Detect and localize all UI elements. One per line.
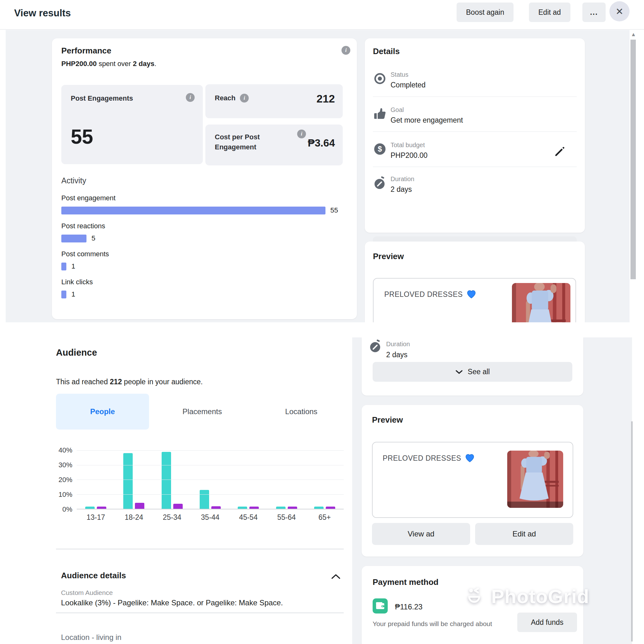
tab-locations[interactable]: Locations (255, 394, 348, 430)
x-axis-label: 18-24 (125, 513, 143, 522)
post-engagements-label: Post Engagements (71, 94, 133, 103)
ad-preview-box: PRELOVED DRESSES (373, 278, 576, 322)
gridline (77, 494, 344, 495)
ad-thumbnail-image (507, 451, 563, 508)
cost-value: ₱3.64 (308, 137, 335, 149)
tab-placements[interactable]: Placements (156, 394, 249, 430)
spend-duration: 2 days (133, 60, 154, 68)
x-axis-label: 45-54 (239, 513, 258, 522)
ad-thumbnail-image (512, 283, 570, 322)
activity-row-label: Post engagement (61, 194, 338, 202)
scrollbar-thumb[interactable] (630, 40, 636, 279)
custom-audience-label: Custom Audience (61, 589, 113, 597)
cost-label: Cost per Post Engagement (215, 132, 260, 152)
bar-teal (162, 452, 171, 509)
status-row: Status Completed (373, 71, 577, 89)
edit-ad-button[interactable]: Edit ad (475, 523, 573, 545)
page-name-text: PRELOVED DRESSES (383, 454, 461, 463)
payment-method-card: Payment method ₱116.23 Your prepaid fund… (362, 566, 583, 644)
reached-count: 212 (110, 378, 122, 386)
scroll-up-arrow[interactable]: ▲ (631, 31, 636, 38)
performance-subtitle: PHP200.00 spent over 2 days. (61, 60, 156, 68)
reached-suffix: people in your audience. (122, 378, 203, 386)
header-bar: View results Boost again Edit ad ... ✕ (0, 0, 644, 30)
details-card: Details Status Completed Goal Get more e… (365, 38, 585, 233)
status-icon (373, 71, 391, 89)
payment-method-title: Payment method (373, 577, 439, 587)
edit-ad-button-header[interactable]: Edit ad (529, 3, 570, 22)
bar-teal (85, 507, 95, 509)
chevron-down-icon (455, 368, 463, 376)
results-screen-top: View results Boost again Edit ad ... ✕ P… (0, 0, 644, 322)
chevron-up-icon[interactable] (331, 573, 341, 581)
info-icon[interactable]: i (341, 46, 350, 55)
gridline (77, 480, 344, 480)
edit-pencil-icon[interactable] (553, 145, 566, 159)
budget-row: $ Total budget PHP200.00 (373, 142, 577, 160)
spend-amount: PHP200.00 (61, 60, 97, 68)
preview-card: Preview PRELOVED DRESSES (365, 241, 585, 322)
x-axis-label: 13-17 (86, 513, 105, 522)
y-axis-tick: 40% (56, 446, 72, 454)
page-name: PRELOVED DRESSES (384, 290, 476, 299)
custom-audience-value: Lookalike (3%) - Pagelike: Make Space. o… (61, 598, 283, 607)
reach-value: 212 (317, 92, 335, 105)
goal-row: Goal Get more engagement (373, 106, 577, 125)
duration-row: Duration 2 days (373, 175, 577, 194)
add-funds-button[interactable]: Add funds (517, 613, 577, 632)
boost-again-button[interactable]: Boost again (457, 3, 514, 22)
x-axis-label: 55-64 (277, 513, 296, 522)
audience-title: Audience (56, 347, 97, 358)
see-all-button[interactable]: See all (373, 362, 572, 382)
blue-heart-icon (465, 454, 475, 463)
info-icon[interactable]: i (186, 93, 195, 102)
info-icon[interactable]: i (297, 130, 306, 138)
preview-title: Preview (372, 415, 403, 425)
activity-value: 55 (330, 206, 338, 214)
status-label: Status (391, 71, 425, 78)
close-icon[interactable]: ✕ (609, 1, 630, 21)
blue-heart-icon (467, 290, 476, 299)
bar-teal (238, 507, 247, 509)
activity-value: 5 (92, 234, 95, 242)
bar-purple (211, 506, 221, 509)
activity-row: 1 (61, 262, 338, 270)
activity-section: Activity Post engagement 55 Post reactio… (61, 176, 338, 306)
see-all-label: See all (468, 368, 490, 376)
spend-mid: spent over (97, 60, 133, 68)
bar-purple (288, 507, 297, 509)
details-card-continued: Duration 2 days See all (362, 337, 583, 396)
y-axis-tick: 10% (56, 491, 72, 499)
budget-label: Total budget (391, 142, 428, 149)
cost-label-line2: Engagement (215, 142, 260, 152)
activity-title: Activity (61, 176, 338, 185)
x-axis-label: 35-44 (201, 513, 219, 522)
view-ad-button[interactable]: View ad (372, 523, 470, 545)
chart-plot-area: 13-1718-2425-3435-4445-5455-6465+ (77, 450, 344, 509)
bar-purple (249, 507, 259, 509)
activity-value: 1 (71, 290, 75, 298)
scrollbar-thumb[interactable] (631, 421, 633, 641)
payment-note: Your prepaid funds will be charged about (373, 620, 492, 628)
cost-per-engagement-tile: Cost per Post Engagement i ₱3.64 (205, 125, 343, 165)
location-label: Location - living in (61, 633, 121, 642)
bar-purple (326, 507, 335, 509)
more-options-button[interactable]: ... (582, 3, 606, 22)
x-axis-label: 25-34 (163, 513, 181, 522)
post-engagements-value: 55 (71, 125, 93, 148)
performance-title: Performance (61, 46, 111, 56)
preview-title: Preview (373, 252, 404, 261)
budget-value: PHP200.00 (391, 151, 428, 160)
info-icon[interactable]: i (240, 94, 249, 103)
bar-purple (173, 504, 183, 509)
activity-value: 1 (71, 262, 75, 270)
preview-card: Preview PRELOVED DRESSES (362, 405, 583, 557)
svg-text:$: $ (378, 145, 382, 153)
y-axis-tick: 20% (56, 476, 72, 484)
details-title: Details (373, 47, 400, 56)
bar-purple (135, 503, 144, 509)
divider (56, 549, 344, 549)
tab-people[interactable]: People (56, 394, 149, 430)
spend-period: . (154, 60, 156, 68)
dollar-icon: $ (373, 142, 391, 160)
